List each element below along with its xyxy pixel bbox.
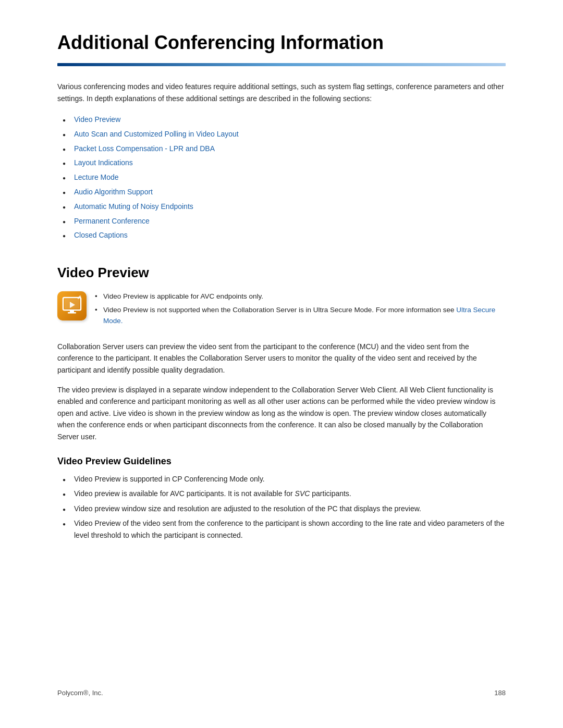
- guideline-item-3: Video preview window size and resolution…: [63, 503, 506, 514]
- section-title-video-preview: Video Preview: [57, 265, 506, 281]
- footer-left: Polycom®, Inc.: [57, 689, 103, 697]
- toc-item-2: Auto Scan and Customized Polling in Vide…: [63, 128, 506, 141]
- toc-link-audio-algorithm[interactable]: Audio Algorithm Support: [74, 188, 153, 196]
- guidelines-list: Video Preview is supported in CP Confere…: [57, 473, 506, 544]
- toc-link-auto-scan[interactable]: Auto Scan and Customized Polling in Vide…: [74, 130, 239, 138]
- toc-link-packet-loss[interactable]: Packet Loss Compensation - LPR and DBA: [74, 144, 215, 153]
- guideline-text-4: Video Preview of the video sent from the…: [74, 519, 504, 539]
- note-icon-svg: [57, 291, 87, 320]
- guideline-item-2: Video preview is available for AVC parti…: [63, 488, 506, 499]
- toc-list: Video Preview Auto Scan and Customized P…: [57, 114, 506, 244]
- page: Additional Conferencing Information Vari…: [0, 0, 563, 728]
- toc-item-4: Layout Indications: [63, 157, 506, 169]
- toc-link-auto-muting[interactable]: Automatic Muting of Noisy Endpoints: [74, 202, 193, 211]
- video-preview-paragraph1: Collaboration Server users can preview t…: [57, 341, 506, 376]
- page-title: Additional Conferencing Information: [57, 31, 506, 54]
- svg-rect-6: [68, 312, 76, 314]
- toc-item-3: Packet Loss Compensation - LPR and DBA: [63, 143, 506, 155]
- footer: Polycom®, Inc. 188: [57, 673, 506, 697]
- note-bullet-2: Video Preview is not supported when the …: [95, 305, 506, 326]
- footer-right: 188: [494, 689, 506, 697]
- toc-link-layout-indications[interactable]: Layout Indications: [74, 158, 133, 167]
- toc-link-closed-captions[interactable]: Closed Captions: [74, 231, 128, 239]
- note-bullet-2-text: Video Preview is not supported when the …: [103, 306, 495, 324]
- note-bullet-1: Video Preview is applicable for AVC endp…: [95, 291, 506, 302]
- toc-link-lecture-mode[interactable]: Lecture Mode: [74, 173, 119, 181]
- guideline-text-1: Video Preview is supported in CP Confere…: [74, 475, 265, 483]
- ultra-secure-link[interactable]: Ultra Secure Mode.: [103, 306, 495, 324]
- note-bullet-1-text: Video Preview is applicable for AVC endp…: [103, 292, 263, 300]
- video-preview-paragraph2: The video preview is displayed in a sepa…: [57, 384, 506, 442]
- toc-link-video-preview[interactable]: Video Preview: [74, 115, 120, 124]
- guideline-text-2: Video preview is available for AVC parti…: [74, 489, 351, 498]
- note-box: Video Preview is applicable for AVC endp…: [57, 291, 506, 329]
- note-bullets: Video Preview is applicable for AVC endp…: [95, 291, 506, 329]
- svg-rect-5: [70, 310, 74, 312]
- intro-paragraph: Various conferencing modes and video fea…: [57, 81, 506, 104]
- guideline-text-3: Video preview window size and resolution…: [74, 504, 421, 513]
- blue-divider: [57, 63, 506, 66]
- toc-item-9: Closed Captions: [63, 229, 506, 242]
- subsection-title-guidelines: Video Preview Guidelines: [57, 456, 506, 467]
- toc-item-8: Permanent Conference: [63, 215, 506, 228]
- guideline-item-4: Video Preview of the video sent from the…: [63, 517, 506, 541]
- toc-item-5: Lecture Mode: [63, 171, 506, 184]
- svc-italic: SVC: [295, 489, 310, 498]
- toc-link-permanent-conference[interactable]: Permanent Conference: [74, 217, 150, 225]
- toc-item-1: Video Preview: [63, 114, 506, 126]
- guideline-item-1: Video Preview is supported in CP Confere…: [63, 473, 506, 485]
- toc-item-7: Automatic Muting of Noisy Endpoints: [63, 201, 506, 213]
- note-icon: [57, 291, 87, 320]
- toc-item-6: Audio Algorithm Support: [63, 186, 506, 199]
